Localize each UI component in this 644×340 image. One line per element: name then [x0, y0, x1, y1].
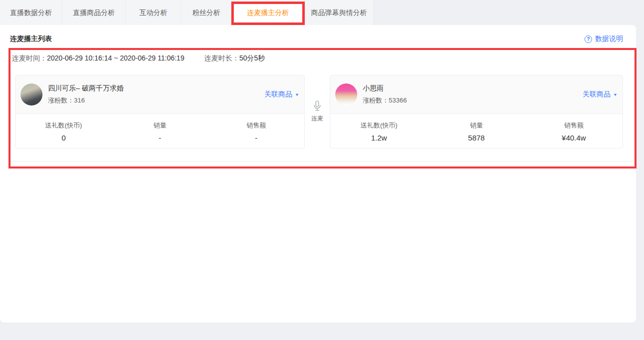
stat-gifts: 送礼数(快币) 1.2w	[330, 121, 428, 142]
related-products-dropdown[interactable]: 关联商品 ▼	[264, 90, 299, 99]
host-avatar	[20, 84, 42, 106]
microphone-icon	[313, 100, 321, 112]
data-explanation-link[interactable]: ? 数据说明	[585, 34, 623, 44]
host-cards-row: 四川可乐– 破两千万求婚 涨粉数：316 关联商品 ▼ 送礼数(快币) 0 销量	[15, 75, 623, 148]
data-explanation-label: 数据说明	[595, 34, 623, 44]
tab-product-danmaku-sentiment[interactable]: 商品弹幕舆情分析	[305, 0, 374, 25]
host-name: 四川可乐– 破两千万求婚	[48, 84, 124, 93]
co-stream-label: 连麦	[311, 114, 323, 123]
co-stream-divider: 连麦	[305, 75, 330, 148]
stat-sales-amount: 销售额 -	[208, 121, 304, 142]
host-card-right: 小思雨 涨粉数：53366 关联商品 ▼ 送礼数(快币) 1.2w 销量	[330, 75, 623, 148]
duration-label: 连麦时长：	[204, 54, 239, 62]
host-info: 小思雨 涨粉数：53366	[363, 84, 407, 105]
stat-gifts: 送礼数(快币) 0	[15, 121, 112, 142]
tab-interaction-analysis[interactable]: 互动分析	[126, 0, 181, 25]
host-card-header: 四川可乐– 破两千万求婚 涨粉数：316 关联商品 ▼	[15, 76, 304, 114]
session-bottom-divider	[10, 161, 635, 162]
host-stats-row: 送礼数(快币) 1.2w 销量 5878 销售额 ¥40.4w	[330, 114, 623, 148]
session-time-row: 连麦时间：2020-06-29 10:16:14 ~ 2020-06-29 11…	[12, 54, 265, 63]
host-info: 四川可乐– 破两千万求婚 涨粉数：316	[48, 84, 124, 105]
caret-down-icon: ▼	[613, 92, 618, 97]
content-panel: 连麦播主列表 ? 数据说明 连麦时间：2020-06-29 10:16:14 ~…	[0, 25, 636, 322]
related-products-label: 关联商品	[583, 90, 611, 99]
host-avatar	[335, 84, 357, 106]
host-fans: 涨粉数：316	[48, 96, 124, 105]
page: 直播数据分析 直播商品分析 互动分析 粉丝分析 连麦播主分析 商品弹幕舆情分析 …	[0, 0, 644, 340]
time-label: 连麦时间：	[12, 54, 47, 62]
tab-live-data-analysis[interactable]: 直播数据分析	[0, 0, 62, 25]
related-products-label: 关联商品	[264, 90, 292, 99]
content-header: 连麦播主列表 ? 数据说明	[0, 25, 636, 44]
tab-co-host-analysis[interactable]: 连麦播主分析	[232, 0, 305, 25]
duration-value: 50分5秒	[239, 54, 265, 62]
related-products-dropdown[interactable]: 关联商品 ▼	[583, 90, 618, 99]
stat-sales-volume: 销量 5878	[428, 121, 525, 142]
stat-sales-volume: 销量 -	[112, 121, 208, 142]
page-title: 连麦播主列表	[10, 34, 52, 44]
tab-bar: 直播数据分析 直播商品分析 互动分析 粉丝分析 连麦播主分析 商品弹幕舆情分析	[0, 0, 644, 25]
tab-fans-analysis[interactable]: 粉丝分析	[181, 0, 232, 25]
host-name: 小思雨	[363, 84, 407, 93]
time-value: 2020-06-29 10:16:14 ~ 2020-06-29 11:06:1…	[47, 54, 184, 62]
host-stats-row: 送礼数(快币) 0 销量 - 销售额 -	[15, 114, 304, 148]
stat-sales-amount: 销售额 ¥40.4w	[525, 121, 623, 142]
host-fans: 涨粉数：53366	[363, 96, 407, 105]
host-card-left: 四川可乐– 破两千万求婚 涨粉数：316 关联商品 ▼ 送礼数(快币) 0 销量	[15, 75, 305, 148]
caret-down-icon: ▼	[295, 92, 299, 97]
host-card-header: 小思雨 涨粉数：53366 关联商品 ▼	[330, 76, 623, 114]
tab-live-product-analysis[interactable]: 直播商品分析	[62, 0, 126, 25]
question-circle-icon: ?	[585, 36, 592, 43]
